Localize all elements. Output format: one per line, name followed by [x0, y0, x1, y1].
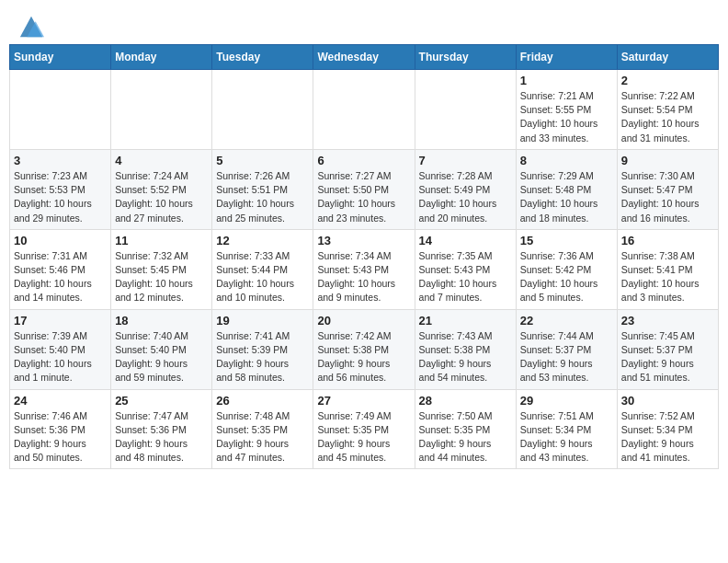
calendar-day-cell: 13Sunrise: 7:34 AMSunset: 5:43 PMDayligh…: [313, 229, 415, 309]
day-number: 30: [621, 394, 714, 408]
day-info: Sunrise: 7:27 AMSunset: 5:50 PMDaylight:…: [317, 169, 410, 225]
day-number: 20: [317, 314, 410, 327]
day-info: Sunrise: 7:47 AMSunset: 5:36 PMDaylight:…: [115, 409, 208, 465]
day-number: 10: [14, 234, 107, 247]
day-info: Sunrise: 7:26 AMSunset: 5:51 PMDaylight:…: [216, 169, 309, 225]
weekday-header-cell: Wednesday: [313, 45, 415, 70]
calendar-week-row: 24Sunrise: 7:46 AMSunset: 5:36 PMDayligh…: [10, 389, 719, 469]
day-info: Sunrise: 7:52 AMSunset: 5:34 PMDaylight:…: [621, 409, 714, 465]
day-info: Sunrise: 7:28 AMSunset: 5:49 PMDaylight:…: [419, 169, 512, 225]
calendar-day-cell: 23Sunrise: 7:45 AMSunset: 5:37 PMDayligh…: [617, 309, 718, 389]
day-info: Sunrise: 7:22 AMSunset: 5:54 PMDaylight:…: [621, 89, 714, 145]
day-info: Sunrise: 7:29 AMSunset: 5:48 PMDaylight:…: [520, 169, 613, 225]
calendar-day-cell: 30Sunrise: 7:52 AMSunset: 5:34 PMDayligh…: [617, 389, 718, 469]
weekday-header-cell: Friday: [516, 45, 617, 70]
calendar-day-cell: 11Sunrise: 7:32 AMSunset: 5:45 PMDayligh…: [111, 229, 212, 309]
weekday-header-row: SundayMondayTuesdayWednesdayThursdayFrid…: [10, 45, 719, 70]
day-number: 24: [14, 394, 107, 408]
day-info: Sunrise: 7:38 AMSunset: 5:41 PMDaylight:…: [621, 249, 714, 305]
day-info: Sunrise: 7:34 AMSunset: 5:43 PMDaylight:…: [317, 249, 410, 305]
calendar-day-cell: 21Sunrise: 7:43 AMSunset: 5:38 PMDayligh…: [415, 309, 516, 389]
calendar-day-cell: 18Sunrise: 7:40 AMSunset: 5:40 PMDayligh…: [111, 309, 212, 389]
calendar-day-cell: 28Sunrise: 7:50 AMSunset: 5:35 PMDayligh…: [415, 389, 516, 469]
logo: [17, 13, 44, 33]
day-info: Sunrise: 7:24 AMSunset: 5:52 PMDaylight:…: [115, 169, 208, 225]
day-number: 16: [621, 234, 714, 247]
calendar-day-cell: 19Sunrise: 7:41 AMSunset: 5:39 PMDayligh…: [212, 309, 313, 389]
day-number: 3: [14, 154, 107, 167]
day-number: 22: [520, 314, 613, 327]
calendar-day-cell: 27Sunrise: 7:49 AMSunset: 5:35 PMDayligh…: [313, 389, 415, 469]
day-info: Sunrise: 7:36 AMSunset: 5:42 PMDaylight:…: [520, 249, 613, 305]
day-info: Sunrise: 7:46 AMSunset: 5:36 PMDaylight:…: [14, 409, 107, 465]
calendar-day-cell: 25Sunrise: 7:47 AMSunset: 5:36 PMDayligh…: [111, 389, 212, 469]
calendar-day-cell: 14Sunrise: 7:35 AMSunset: 5:43 PMDayligh…: [415, 229, 516, 309]
day-number: 6: [317, 154, 410, 167]
day-info: Sunrise: 7:51 AMSunset: 5:34 PMDaylight:…: [520, 409, 613, 465]
day-number: 4: [115, 154, 208, 167]
weekday-header-cell: Monday: [111, 45, 212, 70]
calendar-week-row: 17Sunrise: 7:39 AMSunset: 5:40 PMDayligh…: [10, 309, 719, 389]
calendar-day-cell: 24Sunrise: 7:46 AMSunset: 5:36 PMDayligh…: [10, 389, 111, 469]
day-number: 23: [621, 314, 714, 327]
calendar-day-cell: [111, 70, 212, 150]
calendar-day-cell: 29Sunrise: 7:51 AMSunset: 5:34 PMDayligh…: [516, 389, 617, 469]
weekday-header-cell: Saturday: [617, 45, 718, 70]
calendar-day-cell: 12Sunrise: 7:33 AMSunset: 5:44 PMDayligh…: [212, 229, 313, 309]
day-number: 15: [520, 234, 613, 247]
day-info: Sunrise: 7:45 AMSunset: 5:37 PMDaylight:…: [621, 329, 714, 385]
day-number: 28: [419, 394, 512, 408]
calendar-day-cell: 1Sunrise: 7:21 AMSunset: 5:55 PMDaylight…: [516, 70, 617, 150]
day-number: 7: [419, 154, 512, 167]
calendar-day-cell: 22Sunrise: 7:44 AMSunset: 5:37 PMDayligh…: [516, 309, 617, 389]
day-number: 25: [115, 394, 208, 408]
day-info: Sunrise: 7:21 AMSunset: 5:55 PMDaylight:…: [520, 89, 613, 145]
logo-icon: [18, 13, 44, 39]
calendar-day-cell: 8Sunrise: 7:29 AMSunset: 5:48 PMDaylight…: [516, 149, 617, 229]
day-number: 29: [520, 394, 613, 408]
weekday-header-cell: Tuesday: [212, 45, 313, 70]
calendar-day-cell: 4Sunrise: 7:24 AMSunset: 5:52 PMDaylight…: [111, 149, 212, 229]
day-number: 17: [14, 314, 107, 327]
day-info: Sunrise: 7:41 AMSunset: 5:39 PMDaylight:…: [216, 329, 309, 385]
day-number: 1: [520, 74, 613, 87]
day-info: Sunrise: 7:42 AMSunset: 5:38 PMDaylight:…: [317, 329, 410, 385]
day-info: Sunrise: 7:43 AMSunset: 5:38 PMDaylight:…: [419, 329, 512, 385]
calendar-day-cell: [212, 70, 313, 150]
day-info: Sunrise: 7:35 AMSunset: 5:43 PMDaylight:…: [419, 249, 512, 305]
calendar-day-cell: 17Sunrise: 7:39 AMSunset: 5:40 PMDayligh…: [10, 309, 111, 389]
calendar-table: SundayMondayTuesdayWednesdayThursdayFrid…: [9, 44, 719, 469]
day-info: Sunrise: 7:50 AMSunset: 5:35 PMDaylight:…: [419, 409, 512, 465]
calendar-week-row: 3Sunrise: 7:23 AMSunset: 5:53 PMDaylight…: [10, 149, 719, 229]
calendar-week-row: 1Sunrise: 7:21 AMSunset: 5:55 PMDaylight…: [10, 70, 719, 150]
page-header: [9, 9, 719, 37]
day-number: 14: [419, 234, 512, 247]
day-info: Sunrise: 7:32 AMSunset: 5:45 PMDaylight:…: [115, 249, 208, 305]
day-info: Sunrise: 7:48 AMSunset: 5:35 PMDaylight:…: [216, 409, 309, 465]
calendar-day-cell: [10, 70, 111, 150]
day-number: 8: [520, 154, 613, 167]
day-number: 21: [419, 314, 512, 327]
calendar-day-cell: 15Sunrise: 7:36 AMSunset: 5:42 PMDayligh…: [516, 229, 617, 309]
calendar-body: 1Sunrise: 7:21 AMSunset: 5:55 PMDaylight…: [10, 70, 719, 469]
day-number: 26: [216, 394, 309, 408]
calendar-day-cell: 6Sunrise: 7:27 AMSunset: 5:50 PMDaylight…: [313, 149, 415, 229]
day-info: Sunrise: 7:23 AMSunset: 5:53 PMDaylight:…: [14, 169, 107, 225]
day-number: 11: [115, 234, 208, 247]
day-number: 12: [216, 234, 309, 247]
calendar-day-cell: 10Sunrise: 7:31 AMSunset: 5:46 PMDayligh…: [10, 229, 111, 309]
calendar-day-cell: [415, 70, 516, 150]
calendar-day-cell: 16Sunrise: 7:38 AMSunset: 5:41 PMDayligh…: [617, 229, 718, 309]
calendar-day-cell: 9Sunrise: 7:30 AMSunset: 5:47 PMDaylight…: [617, 149, 718, 229]
day-number: 9: [621, 154, 714, 167]
calendar-day-cell: [313, 70, 415, 150]
calendar-day-cell: 7Sunrise: 7:28 AMSunset: 5:49 PMDaylight…: [415, 149, 516, 229]
day-number: 2: [621, 74, 714, 87]
day-info: Sunrise: 7:40 AMSunset: 5:40 PMDaylight:…: [115, 329, 208, 385]
calendar-week-row: 10Sunrise: 7:31 AMSunset: 5:46 PMDayligh…: [10, 229, 719, 309]
day-info: Sunrise: 7:31 AMSunset: 5:46 PMDaylight:…: [14, 249, 107, 305]
weekday-header-cell: Sunday: [10, 45, 111, 70]
day-info: Sunrise: 7:39 AMSunset: 5:40 PMDaylight:…: [14, 329, 107, 385]
weekday-header-cell: Thursday: [415, 45, 516, 70]
day-number: 18: [115, 314, 208, 327]
